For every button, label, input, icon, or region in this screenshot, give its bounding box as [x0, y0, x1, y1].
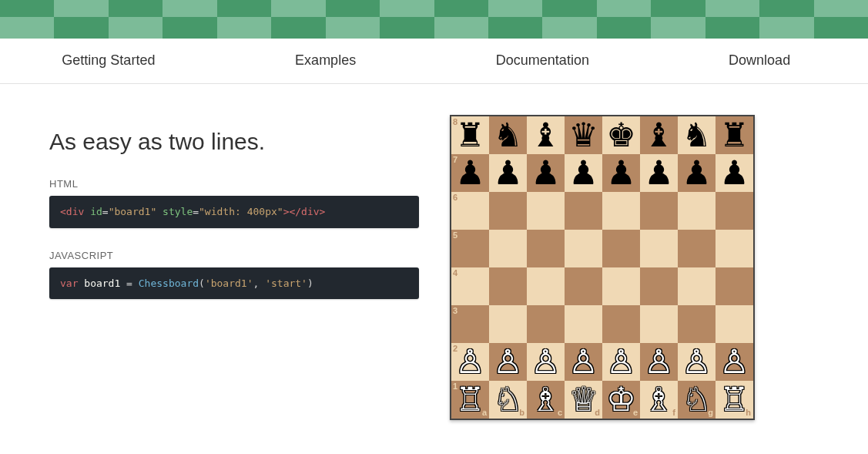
square-g4[interactable]: [678, 267, 716, 305]
square-f3[interactable]: [640, 305, 678, 343]
square-f7[interactable]: ♟: [640, 154, 678, 192]
square-h7[interactable]: ♟: [716, 154, 753, 192]
white-rook-icon[interactable]: ♖: [455, 383, 485, 416]
square-a8[interactable]: 8♜: [451, 116, 489, 154]
square-d1[interactable]: d♕: [565, 381, 602, 419]
nav-link-examples[interactable]: Examples: [217, 39, 434, 83]
square-c4[interactable]: [527, 267, 565, 305]
black-pawn-icon[interactable]: ♟: [568, 156, 598, 190]
white-knight-icon[interactable]: ♘: [493, 383, 523, 416]
square-g7[interactable]: ♟: [678, 154, 716, 192]
black-pawn-icon[interactable]: ♟: [682, 156, 712, 190]
square-g2[interactable]: ♙: [678, 343, 716, 381]
white-pawn-icon[interactable]: ♙: [455, 345, 485, 378]
black-pawn-icon[interactable]: ♟: [493, 156, 523, 190]
square-c1[interactable]: c♗: [527, 381, 565, 419]
square-d4[interactable]: [565, 267, 602, 305]
square-c5[interactable]: [527, 230, 565, 267]
square-f8[interactable]: ♝: [640, 116, 678, 154]
square-h8[interactable]: ♜: [716, 116, 753, 154]
square-b1[interactable]: b♘: [489, 381, 527, 419]
black-knight-icon[interactable]: ♞: [682, 119, 712, 152]
square-g1[interactable]: g♘: [678, 381, 716, 419]
white-pawn-icon[interactable]: ♙: [606, 345, 636, 378]
square-b8[interactable]: ♞: [489, 116, 527, 154]
square-d3[interactable]: [565, 305, 602, 343]
square-d6[interactable]: [565, 192, 602, 230]
black-pawn-icon[interactable]: ♟: [455, 156, 485, 190]
square-c8[interactable]: ♝: [527, 116, 565, 154]
white-rook-icon[interactable]: ♖: [719, 383, 749, 416]
white-bishop-icon[interactable]: ♗: [644, 383, 674, 416]
square-h1[interactable]: h♖: [716, 381, 753, 419]
black-queen-icon[interactable]: ♛: [568, 119, 598, 152]
square-h5[interactable]: [716, 230, 753, 267]
square-b3[interactable]: [489, 305, 527, 343]
square-g3[interactable]: [678, 305, 716, 343]
square-e1[interactable]: e♔: [602, 381, 640, 419]
nav-link-download[interactable]: Download: [651, 39, 868, 83]
square-e4[interactable]: [602, 267, 640, 305]
square-b6[interactable]: [489, 192, 527, 230]
square-e3[interactable]: [602, 305, 640, 343]
square-a3[interactable]: 3: [451, 305, 489, 343]
white-pawn-icon[interactable]: ♙: [719, 345, 749, 378]
white-pawn-icon[interactable]: ♙: [493, 345, 523, 378]
square-c3[interactable]: [527, 305, 565, 343]
square-a2[interactable]: 2♙: [451, 343, 489, 381]
square-d8[interactable]: ♛: [565, 116, 602, 154]
square-d5[interactable]: [565, 230, 602, 267]
square-a5[interactable]: 5: [451, 230, 489, 267]
square-e5[interactable]: [602, 230, 640, 267]
black-pawn-icon[interactable]: ♟: [531, 156, 561, 190]
square-a4[interactable]: 4: [451, 267, 489, 305]
white-pawn-icon[interactable]: ♙: [531, 345, 561, 378]
white-knight-icon[interactable]: ♘: [682, 383, 712, 416]
square-b5[interactable]: [489, 230, 527, 267]
square-a6[interactable]: 6: [451, 192, 489, 230]
square-h2[interactable]: ♙: [716, 343, 753, 381]
white-pawn-icon[interactable]: ♙: [644, 345, 674, 378]
square-e2[interactable]: ♙: [602, 343, 640, 381]
black-pawn-icon[interactable]: ♟: [606, 156, 636, 190]
square-b2[interactable]: ♙: [489, 343, 527, 381]
square-h6[interactable]: [716, 192, 753, 230]
square-g8[interactable]: ♞: [678, 116, 716, 154]
square-a7[interactable]: 7♟: [451, 154, 489, 192]
square-g6[interactable]: [678, 192, 716, 230]
square-f1[interactable]: f♗: [640, 381, 678, 419]
square-c7[interactable]: ♟: [527, 154, 565, 192]
black-bishop-icon[interactable]: ♝: [531, 119, 561, 152]
square-h3[interactable]: [716, 305, 753, 343]
nav-link-documentation[interactable]: Documentation: [434, 39, 652, 83]
black-king-icon[interactable]: ♚: [606, 119, 636, 152]
square-f4[interactable]: [640, 267, 678, 305]
square-e6[interactable]: [602, 192, 640, 230]
square-a1[interactable]: 1a♖: [451, 381, 489, 419]
square-e8[interactable]: ♚: [602, 116, 640, 154]
square-d7[interactable]: ♟: [565, 154, 602, 192]
square-c6[interactable]: [527, 192, 565, 230]
white-pawn-icon[interactable]: ♙: [568, 345, 598, 378]
square-f6[interactable]: [640, 192, 678, 230]
black-pawn-icon[interactable]: ♟: [644, 156, 674, 190]
black-bishop-icon[interactable]: ♝: [644, 119, 674, 152]
white-king-icon[interactable]: ♔: [606, 383, 636, 416]
square-d2[interactable]: ♙: [565, 343, 602, 381]
square-h4[interactable]: [716, 267, 753, 305]
square-e7[interactable]: ♟: [602, 154, 640, 192]
white-bishop-icon[interactable]: ♗: [531, 383, 561, 416]
square-b4[interactable]: [489, 267, 527, 305]
black-knight-icon[interactable]: ♞: [493, 119, 523, 152]
nav-link-getting-started[interactable]: Getting Started: [0, 39, 217, 83]
white-queen-icon[interactable]: ♕: [568, 383, 598, 416]
black-pawn-icon[interactable]: ♟: [719, 156, 749, 190]
black-rook-icon[interactable]: ♜: [719, 119, 749, 152]
square-b7[interactable]: ♟: [489, 154, 527, 192]
square-f2[interactable]: ♙: [640, 343, 678, 381]
black-rook-icon[interactable]: ♜: [455, 119, 485, 152]
white-pawn-icon[interactable]: ♙: [682, 345, 712, 378]
chessboard[interactable]: 8♜♞♝♛♚♝♞♜7♟♟♟♟♟♟♟♟65432♙♙♙♙♙♙♙♙1a♖b♘c♗d♕…: [451, 116, 753, 419]
square-c2[interactable]: ♙: [527, 343, 565, 381]
square-g5[interactable]: [678, 230, 716, 267]
